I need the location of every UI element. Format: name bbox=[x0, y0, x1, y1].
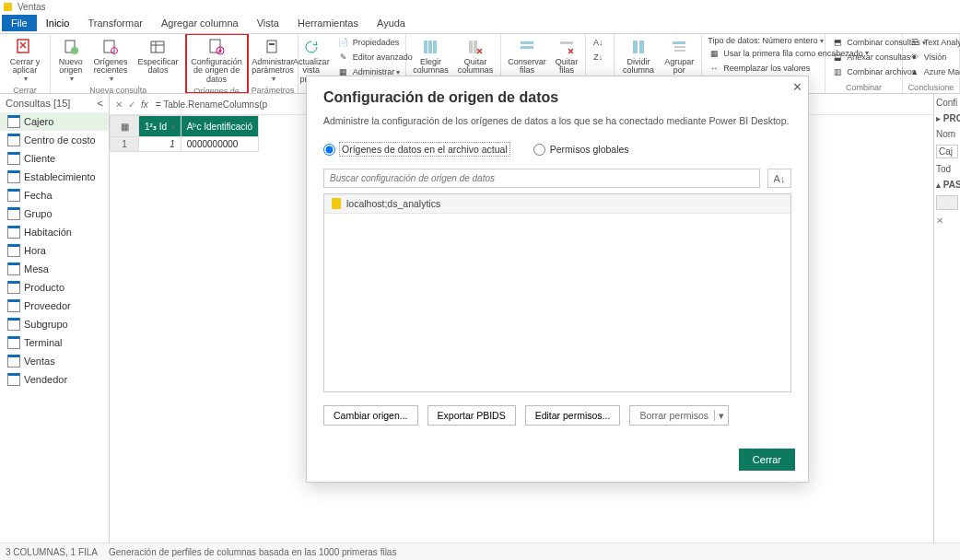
fx-icon[interactable]: fx bbox=[141, 99, 148, 110]
table-icon bbox=[7, 189, 20, 202]
col-header-id[interactable]: 1²₃ Id ▾ bbox=[139, 116, 181, 137]
editor-avanzado-button[interactable]: ✎Editor avanzado bbox=[335, 51, 415, 65]
query-item-cajero[interactable]: Cajero bbox=[0, 112, 109, 131]
step-item[interactable] bbox=[936, 195, 958, 210]
query-item-ventas[interactable]: Ventas bbox=[0, 352, 109, 370]
reemplazar-valores-button[interactable]: ↔Reemplazar los valores bbox=[706, 61, 812, 76]
query-item-vendedor[interactable]: Vendedor bbox=[0, 370, 109, 389]
group-by-icon bbox=[670, 38, 688, 56]
name-input[interactable]: Caj bbox=[936, 145, 958, 158]
datasource-list: localhost;ds_analytics bbox=[323, 193, 791, 392]
tab-agregar-columna[interactable]: Agregar columna bbox=[152, 15, 248, 31]
close-apply-button[interactable]: Cerrar y aplicar▾ bbox=[4, 36, 46, 85]
search-datasource-input[interactable] bbox=[323, 169, 760, 188]
col-header-identificacion[interactable]: Aᵇc Identificació bbox=[181, 116, 258, 137]
azure-ml-button[interactable]: ▲Azure Machin bbox=[907, 65, 960, 80]
text-analytics-button[interactable]: ☰Text Analytics bbox=[907, 36, 960, 51]
cell-identificacion[interactable]: 0000000000 bbox=[181, 137, 258, 152]
tab-ayuda[interactable]: Ayuda bbox=[368, 15, 415, 31]
svg-rect-15 bbox=[433, 41, 437, 53]
query-item-cliente[interactable]: Cliente bbox=[0, 149, 109, 168]
table-icon bbox=[7, 244, 20, 257]
keep-rows-icon bbox=[518, 38, 536, 56]
row-number[interactable]: 1 bbox=[111, 137, 139, 152]
queries-pane: Consultas [15] < CajeroCentro de costoCl… bbox=[0, 94, 110, 547]
group-label-nuevaconsulta: Nueva consulta bbox=[89, 85, 146, 94]
dialog-close-icon[interactable]: ✕ bbox=[792, 80, 802, 94]
radio-global-permissions[interactable]: Permisos globales bbox=[533, 144, 629, 156]
window-title: Ventas bbox=[18, 2, 46, 12]
origenes-recientes-button[interactable]: Orígenes recientes▾ bbox=[89, 36, 133, 85]
edit-permissions-button[interactable]: Editar permisos... bbox=[525, 405, 621, 426]
group-label-conclusiones: Conclusione bbox=[908, 82, 954, 93]
sort-desc-button[interactable]: Z↓ bbox=[590, 51, 609, 65]
tab-transformar[interactable]: Transformar bbox=[78, 15, 152, 31]
sort-datasource-button[interactable]: A↓ bbox=[767, 169, 791, 188]
svg-rect-5 bbox=[151, 41, 164, 52]
query-item-producto[interactable]: Producto bbox=[0, 278, 109, 297]
vision-button[interactable]: 👁Visión bbox=[907, 51, 948, 65]
tab-herramientas[interactable]: Herramientas bbox=[288, 15, 368, 31]
query-item-hora[interactable]: Hora bbox=[0, 241, 109, 260]
datasource-item[interactable]: localhost;ds_analytics bbox=[324, 194, 790, 214]
radio-current-file[interactable]: Orígenes de datos en el archivo actual bbox=[323, 143, 509, 156]
properties-icon: 📄 bbox=[337, 37, 350, 50]
choose-columns-icon bbox=[421, 38, 439, 56]
remove-rows-icon bbox=[557, 38, 576, 56]
formula-commit-icon[interactable]: ✓ bbox=[128, 99, 135, 110]
query-item-fecha[interactable]: Fecha bbox=[0, 186, 109, 204]
status-profiling: Generación de perfiles de columnas basad… bbox=[109, 547, 396, 557]
table-icon bbox=[7, 152, 20, 165]
query-item-grupo[interactable]: Grupo bbox=[0, 204, 109, 223]
tab-vista[interactable]: Vista bbox=[248, 15, 288, 31]
svg-rect-17 bbox=[474, 41, 477, 53]
query-item-mesa[interactable]: Mesa bbox=[0, 260, 109, 278]
svg-rect-23 bbox=[673, 41, 685, 44]
especificar-datos-button[interactable]: Especificar datos bbox=[134, 36, 181, 85]
advanced-editor-icon: ✎ bbox=[337, 52, 350, 64]
split-column-icon bbox=[629, 38, 648, 56]
query-item-habitación[interactable]: Habitación bbox=[0, 223, 109, 241]
database-icon bbox=[332, 198, 341, 209]
corner-header[interactable]: ▦ bbox=[111, 116, 139, 137]
cell-id[interactable]: 1 bbox=[139, 137, 181, 152]
table-icon bbox=[7, 170, 20, 183]
export-pbids-button[interactable]: Exportar PBIDS bbox=[427, 405, 516, 426]
config-origen-datos-button[interactable]: Configuración de origen de datos bbox=[187, 36, 246, 86]
azure-ml-icon: ▲ bbox=[908, 66, 921, 79]
svg-point-10 bbox=[219, 50, 222, 52]
query-item-proveedor[interactable]: Proveedor bbox=[0, 297, 109, 315]
tab-inicio[interactable]: Inicio bbox=[37, 15, 79, 31]
clear-permissions-button[interactable]: Borrar permisos▾ bbox=[629, 405, 729, 426]
table-icon bbox=[7, 373, 20, 386]
status-bar: 3 COLUMNAS, 1 FILA Generación de perfile… bbox=[0, 542, 960, 560]
query-settings-pane: Confi ▸ PRO Nom Caj Tod ▴ PAS ✕ bbox=[933, 94, 960, 547]
query-item-centro-de-costo[interactable]: Centro de costo bbox=[0, 131, 109, 149]
enter-data-icon bbox=[148, 38, 167, 56]
refresh-icon bbox=[302, 38, 321, 56]
tipo-datos-button[interactable]: Tipo de datos: Número entero▾ bbox=[706, 36, 825, 46]
sort-asc-button[interactable]: A↓ bbox=[590, 36, 609, 51]
close-dialog-button[interactable]: Cerrar bbox=[739, 449, 795, 471]
delete-step-icon[interactable]: ✕ bbox=[936, 216, 958, 226]
queries-list: CajeroCentro de costoClienteEstablecimie… bbox=[0, 112, 109, 389]
query-item-subgrupo[interactable]: Subgrupo bbox=[0, 315, 109, 333]
recent-sources-icon bbox=[101, 38, 120, 56]
formula-cancel-icon[interactable]: ✕ bbox=[115, 99, 123, 110]
change-source-button[interactable]: Cambiar origen... bbox=[323, 405, 418, 426]
combine-files-icon: ▥ bbox=[831, 66, 844, 79]
table-icon bbox=[7, 336, 20, 349]
propiedades-button[interactable]: 📄Propiedades bbox=[335, 36, 415, 51]
svg-rect-12 bbox=[269, 43, 275, 45]
queries-collapse-icon[interactable]: < bbox=[98, 98, 103, 109]
table-icon bbox=[7, 299, 20, 312]
query-item-terminal[interactable]: Terminal bbox=[0, 333, 109, 352]
query-item-establecimiento[interactable]: Establecimiento bbox=[0, 168, 109, 186]
svg-rect-3 bbox=[104, 41, 114, 52]
first-row-header-icon: ▦ bbox=[708, 47, 720, 60]
svg-rect-8 bbox=[210, 40, 220, 52]
tab-file[interactable]: File bbox=[2, 15, 37, 31]
table-icon bbox=[7, 207, 20, 220]
table-icon bbox=[7, 226, 20, 239]
nuevo-origen-button[interactable]: Nuevo origen▾ bbox=[54, 36, 87, 85]
